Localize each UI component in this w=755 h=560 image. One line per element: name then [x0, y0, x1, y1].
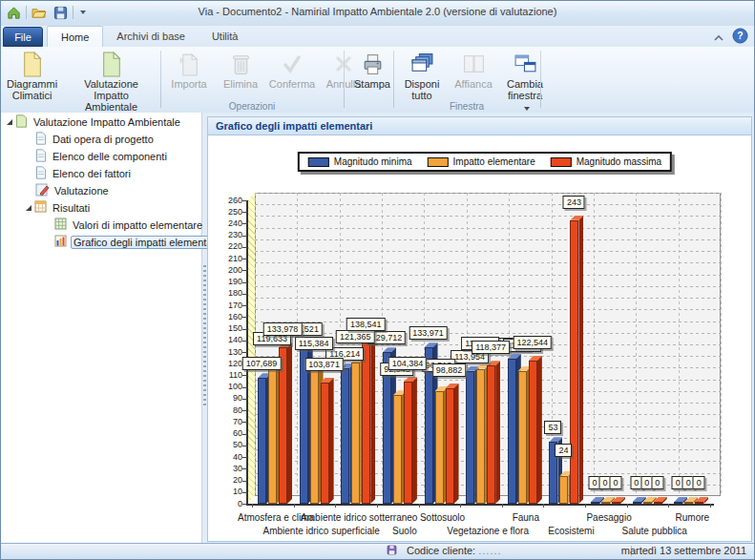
- bar: [612, 502, 620, 504]
- disponi-tutto-button[interactable]: Disponi tutto: [396, 49, 448, 101]
- client-code-value: ......: [478, 545, 501, 556]
- bar-value-label: 104,384: [388, 357, 428, 370]
- x-axis-tick: [710, 504, 711, 508]
- tree-item-grafico-degli-impatti-elementari[interactable]: Grafico degli impatti elementari: [1, 234, 201, 250]
- legend-item: Magnitudo minima: [308, 156, 412, 167]
- legend-label: Impatto elementare: [453, 156, 535, 167]
- y-axis-tick-label: 230: [216, 230, 242, 239]
- x-axis-tick: [502, 504, 503, 508]
- gridline-horizontal: [255, 216, 721, 217]
- ribbon-tab-row: File Home Archivi di base Utilità ?: [1, 26, 754, 47]
- bar: [684, 502, 693, 504]
- valutazione-impatto-ambientale-button[interactable]: Valutazione Impatto Ambientale: [65, 49, 157, 113]
- y-axis-tick-label: 190: [216, 277, 242, 286]
- y-axis-tick: [242, 422, 247, 423]
- y-axis-tick: [242, 247, 247, 248]
- chart-plot: Magnitudo minima Impatto elementare Magn…: [208, 135, 751, 541]
- bar-value-label: 107,689: [242, 357, 282, 370]
- bar: [559, 476, 568, 504]
- ribbon-group-label: Operazioni: [163, 101, 341, 112]
- chart-icon: [54, 235, 67, 249]
- y-axis-tick: [242, 481, 247, 482]
- bar-side-face: [329, 378, 334, 504]
- stampa-button[interactable]: Stampa: [346, 49, 398, 90]
- bar-value-label: 0: [610, 476, 622, 489]
- x-axis-tick: [252, 504, 253, 508]
- x-axis-tick: [294, 504, 295, 508]
- tab-archivi-di-base[interactable]: Archivi di base: [103, 26, 199, 47]
- status-bar: Codice cliente: ...... martedì 13 settem…: [1, 543, 754, 559]
- y-axis-tick: [242, 270, 247, 271]
- tree-item-label: Valutazione Impatto Ambientale: [31, 116, 182, 128]
- elimina-button: Elimina: [215, 49, 266, 90]
- ribbon-group-operazioni: Importa Elimina Conferma: [163, 47, 341, 113]
- collapse-ribbon-icon[interactable]: [713, 30, 724, 47]
- grid-icon: [54, 218, 67, 232]
- bar-value-label: 53: [544, 421, 561, 434]
- tree-item-label: Risultati: [51, 202, 92, 214]
- tree-item-elenco-dei-fattori[interactable]: Elenco dei fattori: [1, 165, 201, 181]
- y-axis-tick-label: 220: [216, 241, 242, 251]
- y-axis-tick: [242, 317, 247, 318]
- legend-swatch-magnitudo-massima: [551, 157, 572, 167]
- y-axis-tick-label: 10: [216, 487, 242, 496]
- y-axis-tick-label: 170: [216, 301, 242, 310]
- y-axis-tick-label: 250: [216, 207, 242, 217]
- bar: [446, 388, 454, 504]
- diagrammi-climatici-button[interactable]: Diagrammi Climatici: [5, 49, 59, 101]
- gridline-horizontal: [255, 275, 721, 276]
- bar: [466, 371, 474, 504]
- x-axis-tick: [335, 504, 336, 508]
- legend-swatch-impatto-elementare: [428, 157, 449, 167]
- bar-side-face: [537, 356, 542, 504]
- legend-item: Magnitudo massima: [551, 156, 661, 167]
- tree-item-elenco-delle-componenti[interactable]: Elenco delle componenti: [1, 148, 201, 164]
- x-axis-category-label: Suolo: [392, 526, 417, 536]
- y-axis-tick: [242, 434, 247, 435]
- ribbon-separator: [344, 51, 345, 108]
- application-window: Via - Documento2 - Namirial Impatto Ambi…: [0, 0, 755, 560]
- tree-item-risultati[interactable]: Risultati: [1, 199, 201, 216]
- y-axis-tick-label: 260: [216, 196, 242, 205]
- y-axis-tick-label: 20: [216, 475, 242, 485]
- tree-item-label: Grafico degli impatti elementari: [71, 236, 221, 249]
- gridline-horizontal: [255, 298, 721, 299]
- client-code-status: Codice cliente: ......: [407, 545, 502, 556]
- y-axis-tick-label: 180: [216, 288, 242, 298]
- bar: [487, 365, 495, 504]
- y-axis-tick: [242, 410, 247, 411]
- help-icon[interactable]: ?: [732, 28, 748, 48]
- tree-item-label: Valori di impatto elementare: [71, 219, 204, 231]
- x-axis-tick: [627, 504, 628, 508]
- ribbon-group-documents: Diagrammi Climatici Valutazione Impatto …: [5, 47, 157, 113]
- table-icon: [34, 200, 47, 215]
- expanded-triangle-icon[interactable]: [26, 205, 31, 211]
- button-label: Diagrammi Climatici: [7, 78, 57, 101]
- y-axis-tick-label: 60: [216, 428, 242, 438]
- y-axis-tick-label: 50: [216, 440, 242, 449]
- bar-value-label: 122,544: [514, 336, 553, 349]
- document-yellow-icon: [21, 50, 44, 78]
- expanded-triangle-icon[interactable]: [7, 119, 12, 125]
- bar: [674, 502, 682, 504]
- tree-item-dati-opera-di-progetto[interactable]: Dati opera di progetto: [1, 131, 201, 147]
- bar: [643, 502, 652, 504]
- x-axis-category-label: Vegetazione e flora: [447, 526, 529, 536]
- bar: [362, 342, 370, 504]
- tree-item-valutazione-impatto-ambientale[interactable]: Valutazione Impatto Ambientale: [1, 114, 201, 130]
- y-axis-tick: [242, 375, 247, 376]
- y-axis-tick-label: 160: [216, 312, 242, 321]
- bar: [633, 502, 641, 504]
- tab-utilita[interactable]: Utilità: [199, 26, 252, 47]
- bar-value-label: 121,365: [336, 330, 375, 343]
- tree-item-valori-di-impatto-elementare[interactable]: Valori di impatto elementare: [1, 217, 201, 233]
- tree-item-valutazione[interactable]: Valutazione: [1, 182, 201, 198]
- file-menu-button[interactable]: File: [3, 27, 43, 47]
- document-icon: [35, 149, 47, 164]
- bar: [435, 391, 444, 504]
- bar: [268, 364, 277, 504]
- gridline-horizontal: [255, 262, 721, 263]
- button-label: Conferma: [269, 78, 315, 90]
- bar: [279, 347, 287, 504]
- tab-home[interactable]: Home: [47, 26, 103, 48]
